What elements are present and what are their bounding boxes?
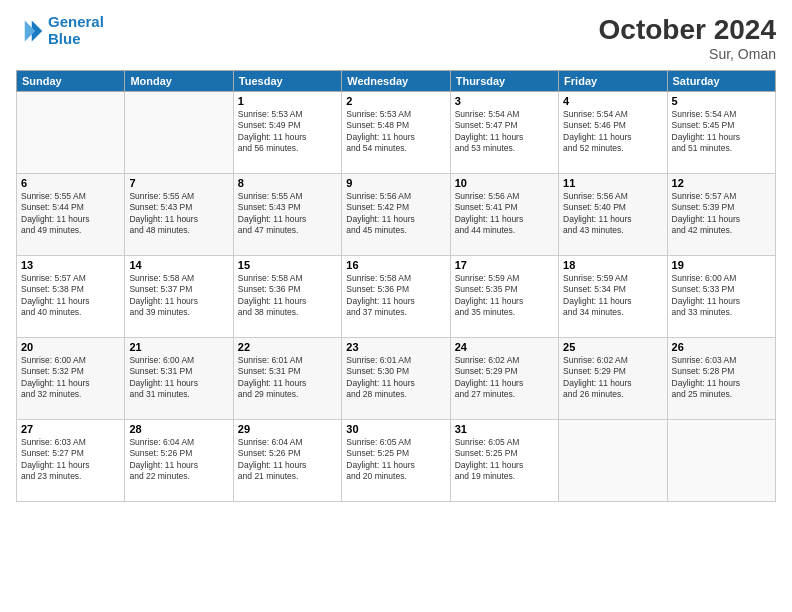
day-number: 4 [563,95,662,107]
day-number: 8 [238,177,337,189]
logo: General Blue [16,14,104,47]
day-info: Sunrise: 5:55 AM Sunset: 5:43 PM Dayligh… [129,191,228,237]
day-cell: 16Sunrise: 5:58 AM Sunset: 5:36 PM Dayli… [342,256,450,338]
day-number: 10 [455,177,554,189]
day-info: Sunrise: 6:00 AM Sunset: 5:33 PM Dayligh… [672,273,771,319]
day-number: 18 [563,259,662,271]
week-row-2: 6Sunrise: 5:55 AM Sunset: 5:44 PM Daylig… [17,174,776,256]
day-info: Sunrise: 6:03 AM Sunset: 5:28 PM Dayligh… [672,355,771,401]
header-row: SundayMondayTuesdayWednesdayThursdayFrid… [17,71,776,92]
day-cell [17,92,125,174]
day-number: 28 [129,423,228,435]
day-info: Sunrise: 6:01 AM Sunset: 5:30 PM Dayligh… [346,355,445,401]
day-info: Sunrise: 5:53 AM Sunset: 5:48 PM Dayligh… [346,109,445,155]
day-number: 14 [129,259,228,271]
logo-line2: Blue [48,30,81,47]
day-number: 26 [672,341,771,353]
day-number: 16 [346,259,445,271]
day-info: Sunrise: 5:55 AM Sunset: 5:44 PM Dayligh… [21,191,120,237]
day-info: Sunrise: 5:55 AM Sunset: 5:43 PM Dayligh… [238,191,337,237]
week-row-1: 1Sunrise: 5:53 AM Sunset: 5:49 PM Daylig… [17,92,776,174]
column-header-wednesday: Wednesday [342,71,450,92]
day-info: Sunrise: 5:59 AM Sunset: 5:35 PM Dayligh… [455,273,554,319]
day-cell: 12Sunrise: 5:57 AM Sunset: 5:39 PM Dayli… [667,174,775,256]
day-info: Sunrise: 5:58 AM Sunset: 5:36 PM Dayligh… [346,273,445,319]
day-cell: 3Sunrise: 5:54 AM Sunset: 5:47 PM Daylig… [450,92,558,174]
day-number: 30 [346,423,445,435]
day-cell: 4Sunrise: 5:54 AM Sunset: 5:46 PM Daylig… [559,92,667,174]
location: Sur, Oman [599,46,776,62]
day-number: 25 [563,341,662,353]
day-cell: 5Sunrise: 5:54 AM Sunset: 5:45 PM Daylig… [667,92,775,174]
day-number: 2 [346,95,445,107]
day-info: Sunrise: 6:00 AM Sunset: 5:32 PM Dayligh… [21,355,120,401]
day-cell: 9Sunrise: 5:56 AM Sunset: 5:42 PM Daylig… [342,174,450,256]
day-cell: 31Sunrise: 6:05 AM Sunset: 5:25 PM Dayli… [450,420,558,502]
day-number: 20 [21,341,120,353]
day-number: 19 [672,259,771,271]
logo-icon [16,17,44,45]
column-header-saturday: Saturday [667,71,775,92]
day-number: 29 [238,423,337,435]
day-info: Sunrise: 6:04 AM Sunset: 5:26 PM Dayligh… [129,437,228,483]
day-cell: 19Sunrise: 6:00 AM Sunset: 5:33 PM Dayli… [667,256,775,338]
day-info: Sunrise: 5:56 AM Sunset: 5:41 PM Dayligh… [455,191,554,237]
column-header-friday: Friday [559,71,667,92]
day-cell: 15Sunrise: 5:58 AM Sunset: 5:36 PM Dayli… [233,256,341,338]
day-cell: 2Sunrise: 5:53 AM Sunset: 5:48 PM Daylig… [342,92,450,174]
page: General Blue October 2024 Sur, Oman Sund… [0,0,792,612]
day-info: Sunrise: 5:56 AM Sunset: 5:42 PM Dayligh… [346,191,445,237]
day-cell: 18Sunrise: 5:59 AM Sunset: 5:34 PM Dayli… [559,256,667,338]
day-info: Sunrise: 5:59 AM Sunset: 5:34 PM Dayligh… [563,273,662,319]
day-number: 23 [346,341,445,353]
column-header-monday: Monday [125,71,233,92]
day-number: 17 [455,259,554,271]
day-number: 21 [129,341,228,353]
calendar-table: SundayMondayTuesdayWednesdayThursdayFrid… [16,70,776,502]
day-info: Sunrise: 6:01 AM Sunset: 5:31 PM Dayligh… [238,355,337,401]
month-title: October 2024 [599,14,776,46]
day-number: 27 [21,423,120,435]
logo-text: General Blue [48,14,104,47]
day-cell: 11Sunrise: 5:56 AM Sunset: 5:40 PM Dayli… [559,174,667,256]
day-cell: 6Sunrise: 5:55 AM Sunset: 5:44 PM Daylig… [17,174,125,256]
day-number: 24 [455,341,554,353]
day-info: Sunrise: 5:58 AM Sunset: 5:36 PM Dayligh… [238,273,337,319]
day-number: 13 [21,259,120,271]
day-info: Sunrise: 5:53 AM Sunset: 5:49 PM Dayligh… [238,109,337,155]
day-info: Sunrise: 6:05 AM Sunset: 5:25 PM Dayligh… [455,437,554,483]
day-cell [125,92,233,174]
day-info: Sunrise: 6:02 AM Sunset: 5:29 PM Dayligh… [455,355,554,401]
day-cell: 25Sunrise: 6:02 AM Sunset: 5:29 PM Dayli… [559,338,667,420]
day-cell: 24Sunrise: 6:02 AM Sunset: 5:29 PM Dayli… [450,338,558,420]
day-cell [667,420,775,502]
column-header-thursday: Thursday [450,71,558,92]
day-info: Sunrise: 6:00 AM Sunset: 5:31 PM Dayligh… [129,355,228,401]
day-cell [559,420,667,502]
day-cell: 1Sunrise: 5:53 AM Sunset: 5:49 PM Daylig… [233,92,341,174]
day-cell: 30Sunrise: 6:05 AM Sunset: 5:25 PM Dayli… [342,420,450,502]
week-row-3: 13Sunrise: 5:57 AM Sunset: 5:38 PM Dayli… [17,256,776,338]
week-row-4: 20Sunrise: 6:00 AM Sunset: 5:32 PM Dayli… [17,338,776,420]
column-header-tuesday: Tuesday [233,71,341,92]
day-number: 12 [672,177,771,189]
day-number: 15 [238,259,337,271]
day-number: 3 [455,95,554,107]
day-number: 1 [238,95,337,107]
day-cell: 13Sunrise: 5:57 AM Sunset: 5:38 PM Dayli… [17,256,125,338]
day-info: Sunrise: 5:58 AM Sunset: 5:37 PM Dayligh… [129,273,228,319]
day-cell: 28Sunrise: 6:04 AM Sunset: 5:26 PM Dayli… [125,420,233,502]
day-cell: 23Sunrise: 6:01 AM Sunset: 5:30 PM Dayli… [342,338,450,420]
day-info: Sunrise: 5:54 AM Sunset: 5:47 PM Dayligh… [455,109,554,155]
day-number: 5 [672,95,771,107]
day-cell: 26Sunrise: 6:03 AM Sunset: 5:28 PM Dayli… [667,338,775,420]
day-number: 11 [563,177,662,189]
day-number: 31 [455,423,554,435]
calendar-body: 1Sunrise: 5:53 AM Sunset: 5:49 PM Daylig… [17,92,776,502]
day-cell: 22Sunrise: 6:01 AM Sunset: 5:31 PM Dayli… [233,338,341,420]
day-info: Sunrise: 5:57 AM Sunset: 5:39 PM Dayligh… [672,191,771,237]
day-number: 22 [238,341,337,353]
day-info: Sunrise: 6:04 AM Sunset: 5:26 PM Dayligh… [238,437,337,483]
day-cell: 27Sunrise: 6:03 AM Sunset: 5:27 PM Dayli… [17,420,125,502]
day-info: Sunrise: 6:02 AM Sunset: 5:29 PM Dayligh… [563,355,662,401]
